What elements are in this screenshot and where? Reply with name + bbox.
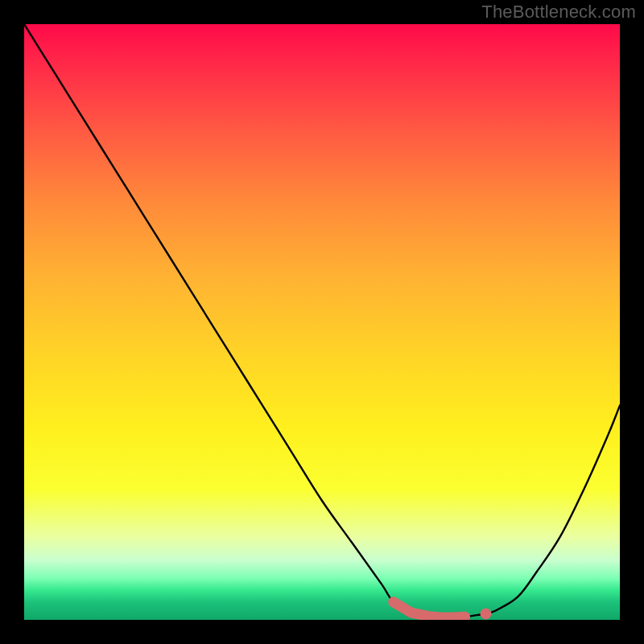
bottleneck-curve xyxy=(24,24,620,617)
watermark-text: TheBottleneck.com xyxy=(481,2,636,23)
plot-area xyxy=(24,24,620,620)
optimal-zone-highlight xyxy=(394,602,465,617)
curve-layer xyxy=(24,24,620,620)
optimal-zone-endpoint-dot xyxy=(481,608,492,619)
chart-root: TheBottleneck.com xyxy=(0,0,644,644)
